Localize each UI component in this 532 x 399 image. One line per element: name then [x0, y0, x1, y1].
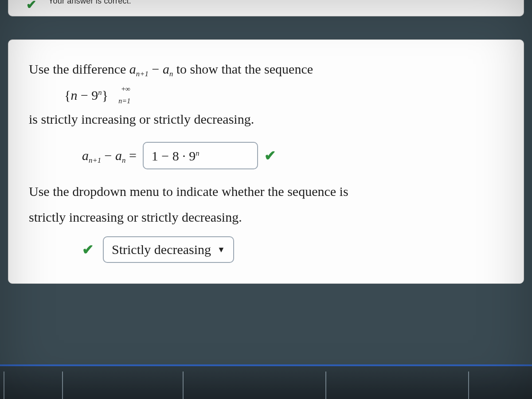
tab-segment[interactable] [63, 372, 184, 399]
correct-banner: ✔ Your answer is correct. [8, 0, 524, 16]
seq-n: n [70, 88, 77, 102]
lhs-a2: a [115, 148, 122, 163]
prompt2-line-2: strictly increasing or strictly decreasi… [29, 207, 503, 227]
prompt-prefix: Use the difference [29, 62, 129, 76]
lhs-sub1: n+1 [89, 156, 101, 164]
chevron-down-icon: ▼ [217, 244, 225, 255]
answer-value-exp: n [196, 149, 199, 157]
prompt-line-1: Use the difference an+1 − an to show tha… [29, 59, 503, 79]
sub-nplus1: n+1 [136, 70, 149, 78]
var-a: a [129, 62, 136, 76]
lhs-a: a [82, 148, 89, 163]
sub-n: n [169, 70, 173, 78]
prompt-suffix: to show that the sequence [173, 62, 313, 76]
sequence-display: {n − 9n} +∞ n=1 [64, 86, 503, 105]
seq-exp-n: n [98, 88, 102, 97]
seq-9: 9 [91, 88, 98, 102]
tab-segment[interactable] [4, 372, 63, 399]
limit-upper: +∞ [121, 84, 130, 94]
difference-answer-input[interactable]: 1 − 8 · 9n [143, 142, 258, 169]
prompt-line-2: is strictly increasing or strictly decre… [29, 110, 503, 129]
brace-open: { [64, 88, 70, 102]
limit-lower: n=1 [118, 96, 130, 106]
answer-row: an+1 − an = 1 − 8 · 9n ✔ [82, 142, 503, 169]
tab-segment[interactable] [184, 372, 326, 399]
check-icon: ✔ [82, 239, 94, 260]
check-icon: ✔ [264, 145, 276, 166]
check-icon: ✔ [26, 0, 36, 12]
banner-status-text: Your answer is correct. [48, 0, 131, 6]
minus-op: − [149, 62, 163, 76]
answer-value: 1 − 8 · 9 [152, 149, 196, 163]
dropdown-row: ✔ Strictly decreasing ▼ [82, 236, 503, 263]
question-card: Use the difference an+1 − an to show tha… [8, 39, 524, 284]
var-a2: a [163, 62, 169, 76]
prompt2-line-1: Use the dropdown menu to indicate whethe… [29, 182, 503, 201]
tab-segment[interactable] [326, 372, 469, 399]
lhs-minus: − [101, 148, 115, 163]
seq-minus: − [77, 88, 91, 102]
monotonicity-dropdown[interactable]: Strictly decreasing ▼ [103, 236, 234, 263]
answer-lhs: an+1 − an = [82, 146, 137, 166]
dropdown-selected-label: Strictly decreasing [112, 240, 211, 259]
lhs-eq: = [125, 148, 136, 163]
brace-close: } [102, 88, 108, 102]
bottom-tab-strip [0, 364, 532, 399]
